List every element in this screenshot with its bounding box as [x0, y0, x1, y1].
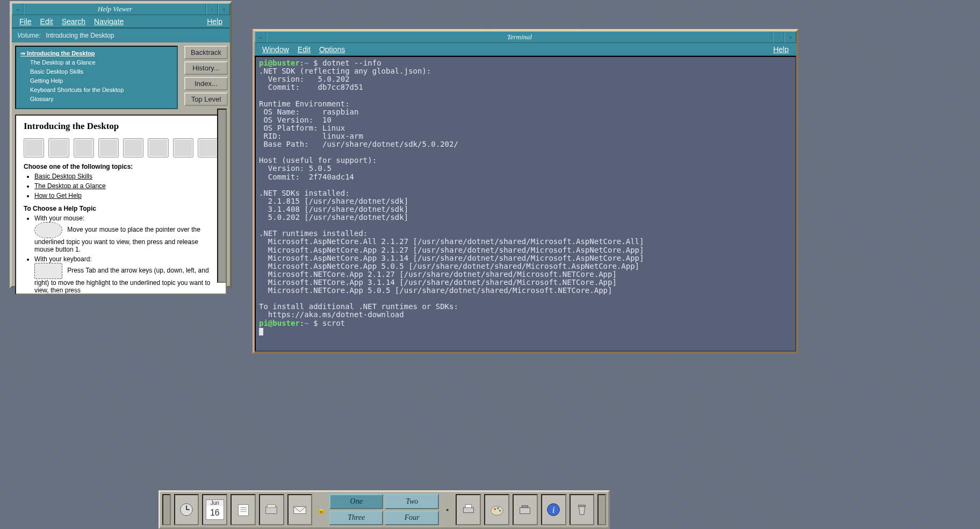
menu-edit[interactable]: Edit — [293, 44, 315, 55]
terminal-titlebar[interactable]: – Terminal · ▫ — [255, 31, 796, 43]
menu-help[interactable]: Help — [769, 44, 793, 55]
terminal-window: – Terminal · ▫ Window Edit Options Help … — [253, 29, 798, 354]
svg-rect-17 — [522, 506, 528, 508]
help-viewer-title: Help Viewer — [24, 3, 206, 15]
help-viewer-window: – Help Viewer · ▫ File Edit Search Navig… — [10, 1, 232, 288]
keyboard-icon — [34, 263, 62, 279]
printer-icon — [460, 502, 477, 518]
topic-tree[interactable]: ⇒ Introducing the Desktop The Desktop at… — [15, 46, 178, 109]
panel-handle-left[interactable] — [162, 494, 171, 525]
workspace-switcher: One Two Three Four — [329, 494, 439, 525]
speaker-icon — [24, 138, 44, 158]
help-document: Introducing the Desktop Choose one of th… — [15, 115, 227, 295]
mail-slot[interactable] — [287, 494, 313, 525]
svg-rect-20 — [578, 505, 585, 507]
history-button[interactable]: History... — [184, 61, 228, 75]
clock-icon — [178, 502, 194, 518]
info-icon: i — [545, 502, 561, 518]
tree-root[interactable]: ⇒ Introducing the Desktop — [20, 49, 172, 58]
exit-slot[interactable]: ▪ — [442, 494, 452, 525]
doc-link[interactable]: Basic Desktop Skills — [34, 173, 92, 180]
clock-slot[interactable] — [174, 494, 199, 525]
choose-label: Choose one of the following topics: — [24, 163, 133, 170]
mail-icon — [292, 502, 308, 518]
exit-icon: ▪ — [446, 505, 449, 514]
svg-point-13 — [494, 508, 496, 510]
svg-rect-3 — [238, 505, 248, 516]
workspace-two[interactable]: Two — [385, 494, 439, 509]
mouse-section-label: With your mouse: — [34, 215, 84, 222]
notepad-icon — [235, 502, 251, 518]
tree-item[interactable]: Basic Desktop Skills — [20, 67, 172, 76]
mail-icon — [198, 138, 218, 158]
svg-rect-10 — [463, 507, 473, 512]
trash-icon — [574, 502, 590, 518]
calendar-month: Jun — [206, 500, 224, 506]
doc-heading: Introducing the Desktop — [24, 121, 218, 132]
doc-link[interactable]: How to Get Help — [34, 192, 82, 199]
fax-icon — [74, 138, 94, 158]
tree-item[interactable]: Getting Help — [20, 76, 172, 85]
menu-search[interactable]: Search — [57, 16, 90, 27]
folder-icon — [173, 138, 193, 158]
drawer-icon — [263, 502, 279, 518]
keys-icon — [98, 138, 119, 158]
howto-label: To Choose a Help Topic — [24, 205, 96, 212]
svg-point-14 — [497, 507, 499, 509]
palette-icon — [489, 502, 505, 518]
printer-icon — [48, 138, 69, 158]
toplevel-button[interactable]: Top Level — [184, 92, 228, 106]
svg-text:i: i — [552, 505, 555, 515]
padlock-icon: 🔒 — [316, 505, 326, 514]
terminal-title: Terminal — [266, 31, 773, 43]
menu-navigate[interactable]: Navigate — [90, 16, 128, 27]
menu-edit[interactable]: Edit — [36, 16, 57, 27]
style-manager-slot[interactable] — [484, 494, 509, 525]
minimize-button[interactable]: · — [206, 3, 218, 15]
maximize-button[interactable]: ▫ — [784, 31, 796, 43]
workspace-four[interactable]: Four — [385, 511, 439, 526]
app-manager-slot[interactable] — [513, 494, 538, 525]
backtrack-button[interactable]: Backtrack — [184, 46, 228, 59]
menu-window[interactable]: Window — [258, 44, 293, 55]
menu-help[interactable]: Help — [203, 16, 227, 27]
panel-handle-right[interactable] — [597, 494, 606, 525]
workspace-three[interactable]: Three — [329, 511, 384, 526]
doc-link[interactable]: The Desktop at a Glance — [34, 182, 106, 190]
tree-item[interactable]: The Desktop at a Glance — [20, 58, 172, 67]
calendar-slot[interactable]: Jun 16 — [202, 494, 227, 525]
terminal-output[interactable]: pi@buster:~ $ dotnet --info .NET SDK (re… — [255, 56, 796, 352]
window-menu-button[interactable]: – — [255, 31, 266, 43]
svg-point-12 — [491, 506, 503, 515]
volume-label: Volume: — [17, 32, 41, 39]
svg-rect-8 — [268, 505, 276, 508]
kbd-section-label: With your keyboard: — [34, 255, 92, 263]
minimize-button[interactable]: · — [773, 31, 784, 43]
volume-bar: Volume: Introducing the Desktop — [12, 28, 230, 42]
help-viewer-titlebar[interactable]: – Help Viewer · ▫ — [12, 3, 230, 15]
help-viewer-menubar: File Edit Search Navigate Help — [12, 15, 230, 28]
menu-file[interactable]: File — [15, 16, 36, 27]
tree-item[interactable]: Glossary — [20, 95, 172, 104]
workspace-one[interactable]: One — [329, 494, 384, 509]
svg-rect-9 — [294, 506, 306, 513]
window-menu-button[interactable]: – — [12, 3, 24, 15]
printer-slot[interactable] — [456, 494, 481, 525]
svg-rect-16 — [520, 507, 530, 513]
file-manager-slot[interactable] — [259, 494, 284, 525]
menu-options[interactable]: Options — [315, 44, 349, 55]
help-slot[interactable]: i — [541, 494, 566, 525]
book-icon — [123, 138, 143, 158]
svg-rect-11 — [465, 505, 471, 508]
tree-item[interactable]: Keyboard Shortcuts for the Desktop — [20, 85, 172, 95]
front-panel: Jun 16 🔒 One Two Three Four ▪ i — [158, 490, 610, 529]
lock-slot[interactable]: 🔒 — [315, 494, 326, 525]
toolbox-icon — [517, 502, 533, 518]
personal-app-slot[interactable] — [230, 494, 256, 525]
doc-icon-row — [24, 135, 218, 163]
maximize-button[interactable]: ▫ — [218, 3, 230, 15]
svg-point-15 — [499, 510, 501, 512]
index-button[interactable]: Index... — [184, 77, 228, 90]
doc-scrollbar[interactable] — [217, 109, 227, 283]
trash-slot[interactable] — [570, 494, 595, 525]
